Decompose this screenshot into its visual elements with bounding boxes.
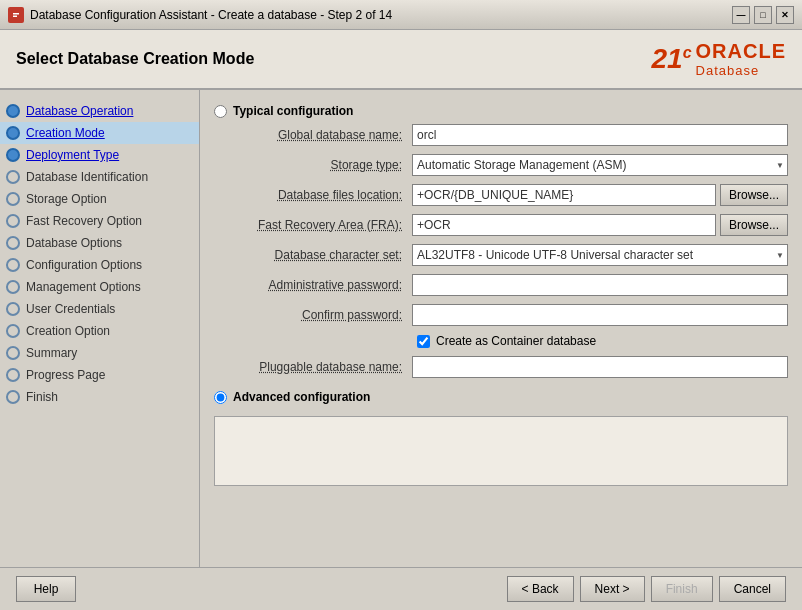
- sidebar-label-storage-option: Storage Option: [26, 192, 107, 206]
- sidebar-dot-2: [6, 126, 20, 140]
- character-set-select-wrapper: AL32UTF8 - Unicode UTF-8 Universal chara…: [412, 244, 788, 266]
- footer-left: Help: [16, 576, 76, 602]
- db-files-browse-button[interactable]: Browse...: [720, 184, 788, 206]
- fast-recovery-input[interactable]: [412, 214, 716, 236]
- sidebar-label-deployment-type: Deployment Type: [26, 148, 119, 162]
- oracle-text: ORACLE Database: [696, 40, 786, 78]
- typical-config-form: Global database name: Storage type: Auto…: [232, 124, 788, 378]
- typical-config-label: Typical configuration: [233, 104, 353, 118]
- footer: Help < Back Next > Finish Cancel: [0, 567, 802, 610]
- title-bar: Database Configuration Assistant - Creat…: [0, 0, 802, 30]
- sidebar-dot-13: [6, 368, 20, 382]
- footer-right: < Back Next > Finish Cancel: [507, 576, 786, 602]
- sidebar-item-summary[interactable]: Summary: [0, 342, 199, 364]
- sidebar-item-storage-option[interactable]: Storage Option: [0, 188, 199, 210]
- character-set-label: Database character set:: [232, 248, 412, 262]
- advanced-config-label: Advanced configuration: [233, 390, 370, 404]
- sidebar-item-database-operation[interactable]: Database Operation: [0, 100, 199, 122]
- sidebar-dot-14: [6, 390, 20, 404]
- sidebar-label-user-credentials: User Credentials: [26, 302, 115, 316]
- sidebar-item-creation-option[interactable]: Creation Option: [0, 320, 199, 342]
- db-files-location-input-group: Browse...: [412, 184, 788, 206]
- sidebar: Database Operation Creation Mode Deploym…: [0, 90, 200, 567]
- oracle-logo: 21c ORACLE Database: [651, 40, 786, 78]
- global-db-name-row: Global database name:: [232, 124, 788, 146]
- content-area: Database Operation Creation Mode Deploym…: [0, 90, 802, 567]
- admin-password-row: Administrative password:: [232, 274, 788, 296]
- svg-rect-1: [13, 13, 19, 15]
- typical-config-section: Typical configuration Global database na…: [214, 104, 788, 378]
- minimize-button[interactable]: —: [732, 6, 750, 24]
- sidebar-label-finish: Finish: [26, 390, 58, 404]
- sidebar-label-creation-option: Creation Option: [26, 324, 110, 338]
- title-bar-controls[interactable]: — □ ✕: [732, 6, 794, 24]
- oracle-sub: Database: [696, 63, 760, 78]
- maximize-button[interactable]: □: [754, 6, 772, 24]
- page-title: Select Database Creation Mode: [16, 50, 254, 68]
- sidebar-item-user-credentials[interactable]: User Credentials: [0, 298, 199, 320]
- pluggable-db-name-input[interactable]: [412, 356, 788, 378]
- sidebar-dot-9: [6, 280, 20, 294]
- sidebar-item-management-options[interactable]: Management Options: [0, 276, 199, 298]
- sidebar-label-config-options: Configuration Options: [26, 258, 142, 272]
- oracle-name: ORACLE: [696, 40, 786, 63]
- character-set-select[interactable]: AL32UTF8 - Unicode UTF-8 Universal chara…: [412, 244, 788, 266]
- sidebar-item-db-identification[interactable]: Database Identification: [0, 166, 199, 188]
- sidebar-item-progress-page[interactable]: Progress Page: [0, 364, 199, 386]
- typical-config-radio[interactable]: [214, 105, 227, 118]
- advanced-config-radio[interactable]: [214, 391, 227, 404]
- sidebar-dot-6: [6, 214, 20, 228]
- sidebar-label-fast-recovery: Fast Recovery Option: [26, 214, 142, 228]
- sidebar-label-db-identification: Database Identification: [26, 170, 148, 184]
- confirm-password-label: Confirm password:: [232, 308, 412, 322]
- app-icon: [8, 7, 24, 23]
- main-panel: Typical configuration Global database na…: [200, 90, 802, 567]
- oracle-21c-label: 21c: [651, 43, 691, 75]
- typical-config-option[interactable]: Typical configuration: [214, 104, 788, 118]
- sidebar-label-db-options: Database Options: [26, 236, 122, 250]
- sidebar-item-creation-mode[interactable]: Creation Mode: [0, 122, 199, 144]
- sidebar-label-database-operation: Database Operation: [26, 104, 133, 118]
- fast-recovery-browse-button[interactable]: Browse...: [720, 214, 788, 236]
- header: Select Database Creation Mode 21c ORACLE…: [0, 30, 802, 89]
- back-button[interactable]: < Back: [507, 576, 574, 602]
- sidebar-item-db-options[interactable]: Database Options: [0, 232, 199, 254]
- svg-rect-0: [11, 10, 21, 20]
- create-container-label: Create as Container database: [436, 334, 596, 348]
- db-files-location-input[interactable]: [412, 184, 716, 206]
- advanced-config-option[interactable]: Advanced configuration: [214, 390, 788, 404]
- global-db-name-label: Global database name:: [232, 128, 412, 142]
- pluggable-db-name-row: Pluggable database name:: [232, 356, 788, 378]
- db-files-location-row: Database files location: Browse...: [232, 184, 788, 206]
- finish-button[interactable]: Finish: [651, 576, 713, 602]
- sidebar-item-deployment-type[interactable]: Deployment Type: [0, 144, 199, 166]
- title-bar-left: Database Configuration Assistant - Creat…: [8, 7, 392, 23]
- help-button[interactable]: Help: [16, 576, 76, 602]
- storage-type-row: Storage type: Automatic Storage Manageme…: [232, 154, 788, 176]
- confirm-password-input[interactable]: [412, 304, 788, 326]
- create-container-checkbox[interactable]: [417, 335, 430, 348]
- sidebar-label-summary: Summary: [26, 346, 77, 360]
- pluggable-db-name-label: Pluggable database name:: [232, 360, 412, 374]
- sidebar-item-config-options[interactable]: Configuration Options: [0, 254, 199, 276]
- next-button[interactable]: Next >: [580, 576, 645, 602]
- character-set-row: Database character set: AL32UTF8 - Unico…: [232, 244, 788, 266]
- sidebar-dot-3: [6, 148, 20, 162]
- main-window: Select Database Creation Mode 21c ORACLE…: [0, 30, 802, 610]
- fast-recovery-row: Fast Recovery Area (FRA): Browse...: [232, 214, 788, 236]
- sidebar-dot-4: [6, 170, 20, 184]
- create-container-row: Create as Container database: [417, 334, 788, 348]
- close-button[interactable]: ✕: [776, 6, 794, 24]
- sidebar-dot-11: [6, 324, 20, 338]
- sidebar-item-finish[interactable]: Finish: [0, 386, 199, 408]
- admin-password-input[interactable]: [412, 274, 788, 296]
- sidebar-dot-10: [6, 302, 20, 316]
- cancel-button[interactable]: Cancel: [719, 576, 786, 602]
- sidebar-label-progress-page: Progress Page: [26, 368, 105, 382]
- sidebar-item-fast-recovery[interactable]: Fast Recovery Option: [0, 210, 199, 232]
- global-db-name-input[interactable]: [412, 124, 788, 146]
- sidebar-dot-1: [6, 104, 20, 118]
- storage-type-select[interactable]: Automatic Storage Management (ASM) File …: [412, 154, 788, 176]
- confirm-password-row: Confirm password:: [232, 304, 788, 326]
- svg-rect-2: [13, 15, 17, 17]
